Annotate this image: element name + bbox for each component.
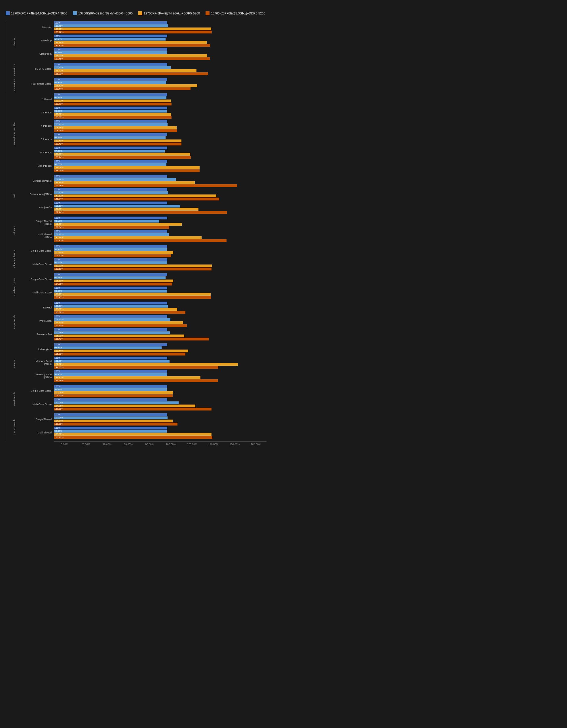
row-label: 4 threads — [23, 124, 54, 128]
bar-row-9-2: Memory Write (MB/s)100%99.80%129.37%144.… — [23, 370, 266, 382]
x-tick: 140.00% — [203, 443, 224, 446]
row-label: Single-Core Score — [23, 390, 54, 393]
group-7: Cinebench R25Single-Core Score100%98.44%… — [6, 273, 266, 301]
bar-line: 100.24% — [54, 416, 266, 419]
bar-line: 100% — [54, 413, 266, 416]
group-3: 3DMark CPU Profile1 thread100%99.33%103.… — [6, 93, 266, 175]
x-tick: 0.00% — [54, 443, 75, 446]
bar-line: 137.45% — [54, 57, 266, 60]
bar-line: 99.57% — [54, 110, 266, 113]
bar-row-8-1: PhotoShop100%102.87%114.10%117.15% — [23, 315, 266, 327]
bar-line: 104.36% — [54, 283, 266, 285]
group-label-6: Cinebench R23 — [6, 245, 23, 273]
bar-line: 115.93% — [54, 353, 266, 355]
bar-line: 100% — [54, 315, 266, 318]
x-tick: 100.00% — [160, 443, 181, 446]
bar-row-4-1: Decompress(MB/s)100%100.77%143.17%145.74… — [23, 188, 266, 201]
bar-line: 120.44% — [54, 87, 266, 90]
bar-line: 99.45% — [54, 430, 266, 433]
bar-line: 98.97% — [54, 81, 266, 84]
bar-line: 100% — [54, 258, 266, 261]
legend-item-1: 13700K(8P+8E@5.3GHz)+DDR4-3600 — [73, 11, 133, 15]
bar-line: 145.74% — [54, 198, 266, 200]
bar-row-5-1: Multi Thread (KB/s)100%101.27%130.19%152… — [23, 230, 266, 242]
bar-line: 124.85% — [54, 405, 266, 407]
bar-line: 114.10% — [54, 321, 266, 324]
bar-line: 143.17% — [54, 194, 266, 197]
bar-row-3-3: 8 threads100%98.49%112.48%112.43% — [23, 133, 266, 146]
bar-line: 97.87% — [54, 150, 266, 153]
row-label: 1 thread — [23, 98, 54, 101]
x-tick: 160.00% — [224, 443, 245, 446]
bar-line: 134.74% — [54, 41, 266, 44]
row-label: Latency(ns) — [23, 348, 54, 351]
bar-line: 99.83% — [54, 51, 266, 54]
bar-line: 100.23% — [54, 123, 266, 126]
bar-line: 110.04% — [54, 401, 266, 404]
bar-line: 162.32% — [54, 363, 266, 366]
row-label: Davinci — [23, 306, 54, 309]
bar-row-11-1: Multi Thread100%99.45%139.07%139.79% — [23, 426, 266, 439]
bar-line: 115.09% — [54, 335, 266, 337]
group-label-0: Blender — [6, 21, 23, 63]
chart-container: BlenderMonster100%100.70%138.75%139.22%J… — [6, 21, 266, 441]
group-label-11: CPU-Z Bench — [6, 413, 23, 441]
bar-line: 99.53% — [54, 248, 266, 251]
group-11: CPU-Z BenchSingle Thread100%100.24%104.7… — [6, 413, 266, 441]
group-label-8: PugetBench — [6, 301, 23, 343]
bar-line: 112.43% — [54, 143, 266, 145]
bar-row-8-2: Premiere Pro100%102.24%115.09%136.41% — [23, 328, 266, 341]
bar-row-4-2: Total(MB/s)100%111.13%127.55%152.44% — [23, 201, 266, 214]
bar-row-4-0: Compress(MB/s)100%107.44%124.36%161.48% — [23, 175, 266, 187]
row-label: Multi-Core Score — [23, 403, 54, 406]
bar-line: 100% — [54, 427, 266, 429]
bar-line: 100% — [54, 21, 266, 24]
row-label: FS Physics Score — [23, 82, 54, 86]
group-10: GeekBenchSingle-Core Score100%99.42%105.… — [6, 385, 266, 413]
group-5: WinRARSingle Thread (KB/s)100%93.10%112.… — [6, 216, 266, 245]
bar-row-0-2: Classroom100%99.83%134.90%137.45% — [23, 48, 266, 60]
row-label: Decompress(MB/s) — [23, 193, 54, 196]
bar-line: 93.10% — [54, 220, 266, 223]
bar-line: 120.74% — [54, 156, 266, 159]
bar-line: 127.55% — [54, 208, 266, 211]
row-label: Monster — [23, 26, 54, 29]
group-0: BlenderMonster100%100.70%138.75%139.22%J… — [6, 21, 266, 63]
row-label: Max threads — [23, 164, 54, 168]
bar-line: 99.72% — [54, 261, 266, 264]
bar-line: 144.48% — [54, 379, 266, 382]
bar-line: 100% — [54, 35, 266, 37]
group-4: 7-ZipCompress(MB/s)100%107.44%124.36%161… — [6, 175, 266, 216]
bar-line: 134.90% — [54, 54, 266, 57]
bar-line: 100.77% — [54, 191, 266, 194]
bar-line: 139.79% — [54, 436, 266, 439]
bar-row-10-1: Multi-Core Score100%110.04%124.85%138.90… — [23, 398, 266, 411]
bar-line: 103.07% — [54, 100, 266, 102]
bar-line: 100% — [54, 357, 266, 359]
row-label: 2 threads — [23, 111, 54, 114]
bar-line: 98.44% — [54, 276, 266, 279]
bar-row-8-0: Davinci100%100.51%108.65%115.92% — [23, 301, 266, 314]
row-label: Total(MB/s) — [23, 206, 54, 209]
legend-item-3: 13700K(8P+8E@5.3GHz)+DDR5-5200 — [206, 11, 265, 15]
row-label: Memory Write (MB/s) — [23, 373, 54, 379]
bar-line: 100% — [54, 245, 266, 248]
bar-line: 100% — [54, 63, 266, 66]
bar-line: 103.77% — [54, 103, 266, 105]
bar-line: 102.00% — [54, 360, 266, 363]
bar-line: 100% — [54, 188, 266, 191]
bar-line: 138.90% — [54, 408, 266, 410]
bar-line: 118.44% — [54, 350, 266, 352]
bar-line: 139.07% — [54, 433, 266, 436]
group-label-2: 3DMark FS — [6, 78, 23, 93]
row-label: Multi-Core Score — [23, 291, 54, 294]
bar-row-6-0: Single-Core Score100%99.53%105.26%103.42… — [23, 245, 266, 257]
bar-row-9-0: Latency(ns)100%94.97%118.44%115.93% — [23, 343, 266, 356]
group-2: 3DMark FSFS Physics Score100%98.97%126.5… — [6, 78, 266, 93]
row-label: Multi-Core Score — [23, 263, 54, 266]
legend-item-2: 12700KF(8P+4E@4.9GHz)+DDR5-5200 — [138, 11, 200, 15]
bar-row-0-0: Monster100%100.70%138.75%139.22% — [23, 21, 266, 34]
bar-line: 138.23% — [54, 293, 266, 296]
bar-line: 115.92% — [54, 311, 266, 314]
bar-line: 139.37% — [54, 264, 266, 267]
